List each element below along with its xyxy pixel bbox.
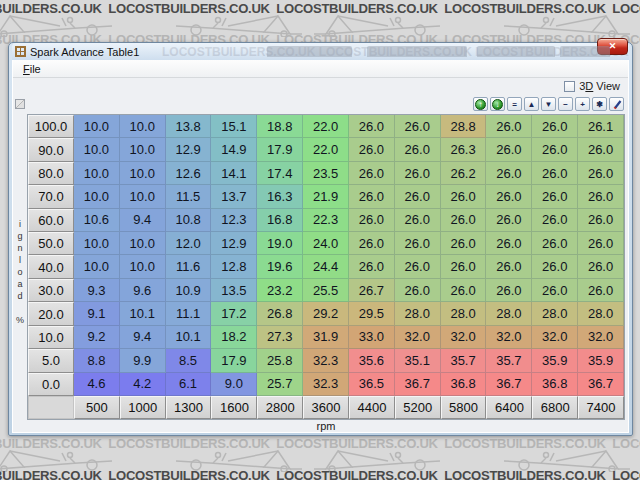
table-cell[interactable]: 26.8 xyxy=(257,302,303,325)
table-cell[interactable]: 8.8 xyxy=(74,349,120,372)
table-cell[interactable]: 26.2 xyxy=(441,162,487,185)
rpm-col-header[interactable]: 1300 xyxy=(166,396,212,419)
table-cell[interactable]: 17.4 xyxy=(257,162,303,185)
rpm-col-header[interactable]: 5200 xyxy=(395,396,441,419)
rpm-col-header[interactable]: 1600 xyxy=(211,396,257,419)
table-cell[interactable]: 9.3 xyxy=(74,279,120,302)
table-cell[interactable]: 26.0 xyxy=(578,255,624,278)
table-cell[interactable]: 11.1 xyxy=(166,302,212,325)
table-cell[interactable]: 9.4 xyxy=(120,326,166,349)
table-cell[interactable]: 16.3 xyxy=(257,185,303,208)
table-cell[interactable]: 4.6 xyxy=(74,373,120,396)
table-cell[interactable]: 10.1 xyxy=(120,302,166,325)
set-equal-button[interactable]: = xyxy=(507,97,522,111)
table-cell[interactable]: 36.7 xyxy=(578,373,624,396)
table-cell[interactable]: 26.0 xyxy=(349,209,395,232)
table-cell[interactable]: 13.8 xyxy=(166,115,212,138)
table-cell[interactable]: 12.0 xyxy=(166,232,212,255)
table-cell[interactable]: 9.0 xyxy=(211,373,257,396)
table-cell[interactable]: 9.4 xyxy=(120,209,166,232)
table-cell[interactable]: 18.2 xyxy=(211,326,257,349)
table-cell[interactable]: 35.9 xyxy=(578,349,624,372)
table-cell[interactable]: 32.0 xyxy=(532,326,578,349)
table-cell[interactable]: 9.9 xyxy=(120,349,166,372)
rpm-col-header[interactable]: 500 xyxy=(74,396,120,419)
table-cell[interactable]: 26.0 xyxy=(486,279,532,302)
table-cell[interactable]: 28.8 xyxy=(441,115,487,138)
load-row-header[interactable]: 70.0 xyxy=(28,185,74,208)
table-cell[interactable]: 18.8 xyxy=(257,115,303,138)
table-cell[interactable]: 26.0 xyxy=(486,209,532,232)
table-cell[interactable]: 25.8 xyxy=(257,349,303,372)
load-row-header[interactable]: 20.0 xyxy=(28,302,74,325)
table-cell[interactable]: 36.8 xyxy=(441,373,487,396)
table-cell[interactable]: 26.7 xyxy=(349,279,395,302)
table-cell[interactable]: 26.0 xyxy=(578,232,624,255)
table-cell[interactable]: 31.9 xyxy=(303,326,349,349)
table-cell[interactable]: 35.1 xyxy=(395,349,441,372)
multiply-button[interactable]: ✱ xyxy=(592,97,607,111)
table-cell[interactable]: 23.5 xyxy=(303,162,349,185)
table-cell[interactable]: 26.0 xyxy=(441,185,487,208)
increase-button[interactable]: ▲ xyxy=(524,97,539,111)
load-row-header[interactable]: 50.0 xyxy=(28,232,74,255)
table-cell[interactable]: 26.0 xyxy=(532,162,578,185)
table-cell[interactable]: 26.0 xyxy=(441,255,487,278)
table-cell[interactable]: 26.0 xyxy=(441,279,487,302)
table-cell[interactable]: 32.0 xyxy=(578,326,624,349)
table-cell[interactable]: 10.1 xyxy=(166,326,212,349)
table-cell[interactable]: 10.0 xyxy=(120,115,166,138)
table-cell[interactable]: 35.9 xyxy=(532,349,578,372)
table-cell[interactable]: 26.0 xyxy=(395,232,441,255)
table-cell[interactable]: 19.6 xyxy=(257,255,303,278)
table-cell[interactable]: 26.0 xyxy=(441,209,487,232)
table-cell[interactable]: 26.1 xyxy=(578,115,624,138)
table-cell[interactable]: 26.3 xyxy=(441,138,487,161)
table-cell[interactable]: 26.0 xyxy=(578,279,624,302)
table-cell[interactable]: 26.0 xyxy=(532,232,578,255)
table-cell[interactable]: 11.5 xyxy=(166,185,212,208)
load-row-header[interactable]: 0.0 xyxy=(28,373,74,396)
table-cell[interactable]: 26.0 xyxy=(395,209,441,232)
3d-view-checkbox[interactable] xyxy=(564,81,575,92)
table-cell[interactable]: 9.1 xyxy=(74,302,120,325)
decrease-button[interactable]: ▼ xyxy=(541,97,556,111)
rpm-col-header[interactable]: 4400 xyxy=(349,396,395,419)
table-cell[interactable]: 35.6 xyxy=(349,349,395,372)
table-cell[interactable]: 28.0 xyxy=(578,302,624,325)
table-cell[interactable]: 12.9 xyxy=(166,138,212,161)
table-cell[interactable]: 26.0 xyxy=(441,232,487,255)
menu-file[interactable]: File xyxy=(18,62,46,76)
table-cell[interactable]: 19.0 xyxy=(257,232,303,255)
table-cell[interactable]: 26.0 xyxy=(578,138,624,161)
table-cell[interactable]: 10.0 xyxy=(74,138,120,161)
table-cell[interactable]: 10.6 xyxy=(74,209,120,232)
table-cell[interactable]: 26.0 xyxy=(349,138,395,161)
table-cell[interactable]: 32.0 xyxy=(441,326,487,349)
table-cell[interactable]: 25.7 xyxy=(257,373,303,396)
table-cell[interactable]: 12.9 xyxy=(211,232,257,255)
table-cell[interactable]: 12.8 xyxy=(211,255,257,278)
table-cell[interactable]: 26.0 xyxy=(349,232,395,255)
table-cell[interactable]: 10.0 xyxy=(74,115,120,138)
table-cell[interactable]: 10.0 xyxy=(120,138,166,161)
table-cell[interactable]: 36.7 xyxy=(395,373,441,396)
table-cell[interactable]: 9.2 xyxy=(74,326,120,349)
table-cell[interactable]: 29.2 xyxy=(303,302,349,325)
table-cell[interactable]: 10.0 xyxy=(74,232,120,255)
table-cell[interactable]: 26.0 xyxy=(486,115,532,138)
rpm-col-header[interactable]: 6400 xyxy=(486,396,532,419)
scale-down-button[interactable]: ↓ xyxy=(490,97,505,111)
table-cell[interactable]: 13.5 xyxy=(211,279,257,302)
table-cell[interactable]: 17.9 xyxy=(257,138,303,161)
table-cell[interactable]: 23.2 xyxy=(257,279,303,302)
table-cell[interactable]: 6.1 xyxy=(166,373,212,396)
table-cell[interactable]: 10.0 xyxy=(74,162,120,185)
table-cell[interactable]: 32.0 xyxy=(395,326,441,349)
window-titlebar[interactable]: LOCOSTBUILDERS.CO.UK LOCOSTBUILDERS.CO.U… xyxy=(12,43,629,60)
table-cell[interactable]: 17.9 xyxy=(211,349,257,372)
table-cell[interactable]: 4.2 xyxy=(120,373,166,396)
rpm-col-header[interactable]: 5800 xyxy=(441,396,487,419)
table-cell[interactable]: 33.0 xyxy=(349,326,395,349)
table-cell[interactable]: 26.0 xyxy=(486,232,532,255)
